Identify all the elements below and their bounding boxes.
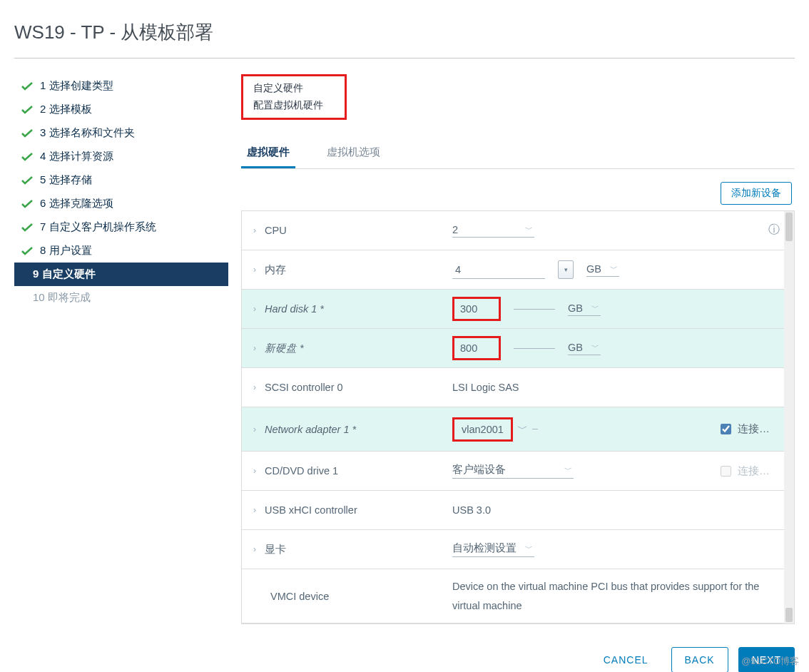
- chevron-right-icon[interactable]: ›: [253, 265, 256, 275]
- new-disk-highlight: [452, 336, 501, 360]
- net-connect[interactable]: 连接…: [718, 422, 770, 437]
- chevron-right-icon[interactable]: ›: [253, 304, 256, 314]
- step-7[interactable]: 7 自定义客户机操作系统: [14, 215, 228, 239]
- row-network-adapter: ›Network adapter 1 * vlan2001 ﹀ 连接…: [242, 407, 794, 452]
- step-label: 8 用户设置: [40, 244, 92, 258]
- cd-connect-checkbox: [721, 466, 731, 477]
- tab-bar: 虚拟硬件 虚拟机选项: [241, 140, 795, 169]
- check-icon: [21, 82, 33, 91]
- section-subtitle: 配置虚拟机硬件: [253, 99, 323, 112]
- cd-value: 客户端设备: [452, 463, 506, 477]
- new-disk-input[interactable]: [457, 340, 496, 357]
- header-highlight: 自定义硬件 配置虚拟机硬件: [241, 74, 347, 120]
- net-value: vlan2001: [462, 424, 504, 435]
- step-label: 3 选择名称和文件夹: [40, 126, 135, 140]
- scsi-value: LSI Logic SAS: [452, 382, 519, 393]
- memory-label: 内存: [265, 263, 286, 277]
- scsi-label: SCSI controller 0: [265, 382, 343, 393]
- check-icon: [21, 200, 33, 208]
- deploy-dialog: WS19 - TP - 从模板部署 1 选择创建类型 2 选择模板 3 选择名称…: [0, 0, 809, 672]
- new-disk-unit: GB: [568, 342, 583, 353]
- check-icon: [21, 106, 33, 114]
- back-button[interactable]: BACK: [671, 647, 728, 672]
- row-new-disk: ›新硬盘 * GB﹀: [242, 329, 794, 368]
- info-icon[interactable]: ⓘ: [768, 223, 780, 238]
- chevron-down-icon: ﹀: [564, 464, 572, 475]
- usb-value: USB 3.0: [452, 504, 491, 516]
- memory-input[interactable]: [452, 261, 545, 279]
- step-9-active[interactable]: 9 自定义硬件: [14, 263, 228, 286]
- add-device-button[interactable]: 添加新设备: [721, 182, 792, 205]
- chevron-right-icon[interactable]: ›: [253, 544, 256, 554]
- new-disk-label: 新硬盘 *: [265, 342, 304, 355]
- check-icon: [21, 129, 33, 138]
- cpu-select[interactable]: 2﹀: [452, 224, 534, 238]
- step-2[interactable]: 2 选择模板: [14, 98, 228, 121]
- step-10: 10 即将完成: [14, 286, 228, 310]
- step-label: 7 自定义客户机操作系统: [40, 220, 156, 234]
- chevron-right-icon[interactable]: ›: [253, 466, 256, 476]
- hd1-unit-select[interactable]: GB﹀: [568, 302, 601, 316]
- net-label: Network adapter 1 *: [265, 424, 356, 435]
- chevron-down-icon: ﹀: [525, 224, 533, 235]
- check-icon: [21, 176, 33, 185]
- hd1-highlight: [452, 297, 501, 321]
- dialog-title: WS19 - TP - 从模板部署: [14, 20, 795, 45]
- hd1-input[interactable]: [457, 300, 496, 317]
- chevron-down-icon: ﹀: [591, 302, 599, 313]
- row-cpu: ›CPU 2﹀: [242, 211, 794, 250]
- net-highlight: vlan2001: [452, 417, 513, 442]
- row-memory: ›内存 ▾ GB﹀: [242, 250, 794, 290]
- scrollbar[interactable]: [784, 211, 794, 623]
- chevron-right-icon[interactable]: ›: [253, 382, 256, 392]
- tab-vm-options[interactable]: 虚拟机选项: [321, 140, 386, 168]
- chevron-down-icon: ﹀: [610, 263, 618, 274]
- tab-virtual-hardware[interactable]: 虚拟硬件: [241, 140, 295, 168]
- cd-connect-label: 连接…: [738, 464, 770, 478]
- cd-label: CD/DVD drive 1: [265, 465, 338, 477]
- step-label: 9 自定义硬件: [33, 268, 96, 281]
- row-hard-disk-1: ›Hard disk 1 * GB﹀: [242, 290, 794, 329]
- divider: [14, 58, 795, 58]
- step-5[interactable]: 5 选择存储: [14, 168, 228, 192]
- chevron-down-icon[interactable]: ﹀: [517, 422, 528, 436]
- cd-select[interactable]: 客户端设备﹀: [452, 463, 574, 479]
- footer: CANCEL BACK NEXT: [241, 647, 795, 672]
- cpu-value: 2: [452, 224, 517, 235]
- chevron-down-icon: ﹀: [591, 342, 599, 352]
- step-6[interactable]: 6 选择克隆选项: [14, 192, 228, 215]
- net-connect-label: 连接…: [738, 422, 770, 436]
- step-label: 1 选择创建类型: [40, 79, 113, 93]
- memory-stepper[interactable]: ▾: [558, 260, 574, 279]
- step-label: 6 选择克隆选项: [40, 197, 113, 210]
- memory-unit-select[interactable]: GB﹀: [586, 263, 619, 277]
- gpu-select[interactable]: 自动检测设置﹀: [452, 541, 534, 557]
- cancel-button[interactable]: CANCEL: [591, 647, 661, 672]
- check-icon: [21, 247, 33, 255]
- hd1-unit: GB: [568, 302, 583, 314]
- chevron-right-icon[interactable]: ›: [253, 343, 256, 353]
- vmci-value: Device on the virtual machine PCI bus th…: [452, 577, 765, 614]
- step-label: 10 即将完成: [33, 291, 91, 305]
- chevron-right-icon[interactable]: ›: [253, 505, 256, 515]
- net-connect-checkbox[interactable]: [721, 424, 731, 434]
- row-vmci: VMCI device Device on the virtual machin…: [242, 569, 794, 623]
- memory-unit: GB: [586, 263, 601, 275]
- cpu-label: CPU: [265, 225, 287, 236]
- step-8[interactable]: 8 用户设置: [14, 239, 228, 263]
- section-title: 自定义硬件: [253, 82, 323, 95]
- step-4[interactable]: 4 选择计算资源: [14, 145, 228, 168]
- row-cd-dvd: ›CD/DVD drive 1 客户端设备﹀ 连接…: [242, 452, 794, 491]
- step-1[interactable]: 1 选择创建类型: [14, 74, 228, 98]
- wizard-sidebar: 1 选择创建类型 2 选择模板 3 选择名称和文件夹 4 选择计算资源 5 选择…: [14, 74, 228, 672]
- row-gpu: ›显卡 自动检测设置﹀: [242, 530, 794, 569]
- cd-connect: 连接…: [718, 464, 770, 479]
- step-3[interactable]: 3 选择名称和文件夹: [14, 121, 228, 145]
- new-disk-unit-select[interactable]: GB﹀: [568, 342, 601, 355]
- chevron-right-icon[interactable]: ›: [253, 424, 256, 434]
- step-label: 5 选择存储: [40, 173, 92, 187]
- chevron-right-icon[interactable]: ›: [253, 225, 256, 235]
- hd1-label: Hard disk 1 *: [265, 303, 324, 315]
- vmci-label: VMCI device: [270, 591, 329, 602]
- hardware-panel: ⓘ ›CPU 2﹀ ›内存 ▾ GB﹀: [241, 210, 795, 624]
